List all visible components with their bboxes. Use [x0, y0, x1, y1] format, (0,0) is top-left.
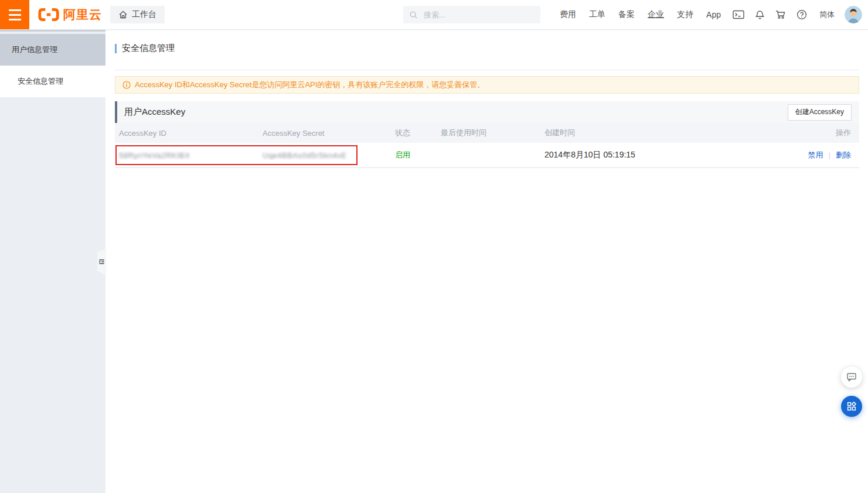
shopping-cart-icon[interactable] [770, 10, 791, 19]
actions-cell: 禁用|删除 [795, 150, 859, 160]
left-sidebar: 用户信息管理 安全信息管理 [0, 30, 105, 493]
feedback-chat-button[interactable] [841, 367, 862, 388]
sidebar-item-label: 用户信息管理 [12, 44, 57, 55]
aliyun-logo[interactable]: 阿里云 [37, 6, 102, 23]
aliyun-logo-text: 阿里云 [63, 6, 102, 23]
search-input[interactable] [423, 10, 535, 20]
disable-link[interactable]: 禁用 [808, 150, 823, 159]
created-time-cell: 2014年8月10日 05:19:15 [540, 150, 795, 160]
global-search[interactable] [403, 6, 540, 23]
delete-link[interactable]: 删除 [836, 150, 851, 159]
page-title: 安全信息管理 [115, 43, 859, 54]
section-title: 用户AccessKey [124, 107, 185, 118]
language-toggle[interactable]: 简体 [812, 9, 842, 20]
sidebar-item-security-info[interactable]: 安全信息管理 [0, 66, 105, 97]
status-badge: 启用 [395, 150, 410, 159]
menu-icon [9, 14, 21, 16]
speech-bubble-icon [846, 371, 857, 383]
nav-item-app[interactable]: App [700, 10, 727, 19]
table-header-row: AccessKey ID AccessKey Secret 状态 最后使用时间 … [115, 123, 859, 143]
home-icon [118, 10, 128, 19]
accesskey-secret-cell: Uqe4BBAs0d5rSkn4vE [258, 151, 391, 160]
main-content: 安全信息管理 AccessKey ID和AccessKey Secret是您访问… [105, 30, 868, 493]
navbar-right: 费用 工单 备案 企业 支持 App [553, 6, 868, 23]
page-title-text: 安全信息管理 [122, 43, 175, 54]
user-avatar[interactable] [845, 6, 862, 23]
create-accesskey-button[interactable]: 创建AccessKey [788, 104, 852, 121]
sidebar-item-user-info[interactable]: 用户信息管理 [0, 34, 105, 66]
nav-item-billing[interactable]: 费用 [553, 9, 583, 20]
col-header-actions: 操作 [795, 128, 859, 138]
question-circle-icon[interactable] [791, 9, 812, 20]
hamburger-menu-button[interactable] [0, 0, 29, 29]
sidebar-collapse-icon [98, 258, 105, 265]
status-cell: 启用 [391, 150, 437, 160]
workbench-button[interactable]: 工作台 [110, 6, 165, 23]
top-navbar: 阿里云 工作台 费用 工单 备案 企业 支持 App [0, 0, 868, 30]
title-divider [115, 70, 859, 70]
accesskey-warning-banner: AccessKey ID和AccessKey Secret是您访问阿里云API的… [115, 76, 859, 94]
quick-apps-button[interactable] [841, 396, 862, 417]
aliyun-logo-brackets-icon [37, 7, 60, 22]
accesskey-table: AccessKey ID AccessKey Secret 状态 最后使用时间 … [115, 123, 859, 168]
nav-item-support[interactable]: 支持 [670, 9, 700, 20]
col-header-created: 创建时间 [540, 128, 795, 138]
sidebar-item-label: 安全信息管理 [18, 76, 63, 87]
terminal-icon[interactable] [727, 10, 750, 19]
col-header-status: 状态 [391, 128, 437, 138]
app-grid-icon [846, 400, 857, 412]
magnifier-icon [409, 11, 418, 19]
sidebar-collapse-handle[interactable] [97, 248, 106, 275]
nav-item-icp[interactable]: 备案 [612, 9, 641, 20]
accesskey-section-header: 用户AccessKey 创建AccessKey [115, 101, 859, 123]
menu-icon [9, 19, 21, 20]
bell-icon[interactable] [750, 10, 770, 20]
menu-icon [9, 9, 21, 11]
info-circle-icon [122, 81, 131, 89]
accesskey-id-masked-value: 58RyriYeVa2RKIBX [119, 151, 190, 160]
col-header-accesskey-id: AccessKey ID [115, 129, 258, 138]
accesskey-secret-masked-value: Uqe4BBAs0d5rSkn4vE [263, 151, 346, 160]
accesskey-id-cell: 58RyriYeVa2RKIBX [115, 151, 258, 160]
col-header-last-used: 最后使用时间 [437, 128, 540, 138]
table-row: 58RyriYeVa2RKIBX Uqe4BBAs0d5rSkn4vE 启用 2… [115, 143, 859, 168]
title-accent-bar [115, 44, 117, 53]
workbench-label: 工作台 [132, 9, 156, 20]
nav-item-enterprise[interactable]: 企业 [641, 9, 670, 20]
action-separator: | [829, 150, 830, 159]
nav-item-tickets[interactable]: 工单 [583, 9, 612, 20]
col-header-accesskey-secret: AccessKey Secret [258, 129, 391, 138]
warning-text: AccessKey ID和AccessKey Secret是您访问阿里云API的… [135, 80, 485, 90]
